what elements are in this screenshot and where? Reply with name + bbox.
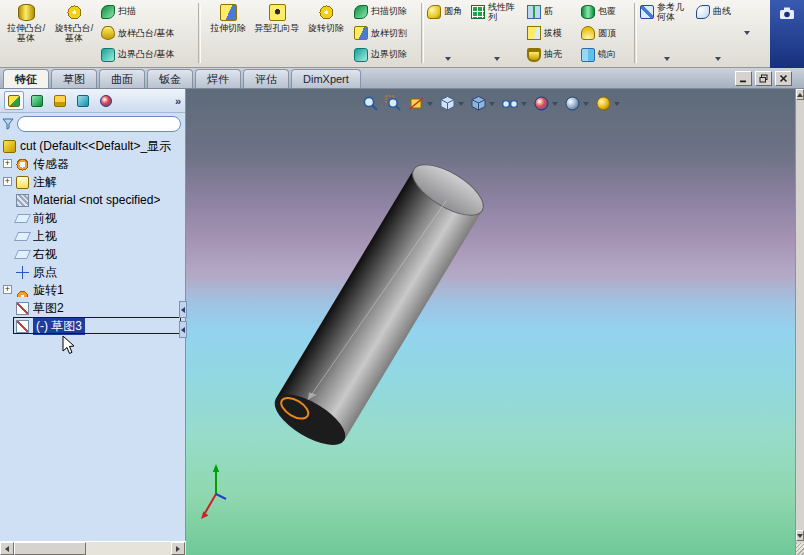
expand-icon[interactable]: + xyxy=(3,177,12,186)
hole-wizard-button[interactable]: 异型孔向导 xyxy=(254,1,300,65)
propertymanager-tab[interactable] xyxy=(27,91,47,110)
restore-button[interactable] xyxy=(755,71,772,86)
scroll-down-button[interactable] xyxy=(796,530,804,541)
tree-item-revolve1[interactable]: + 旋转1 xyxy=(0,281,185,299)
collapse-panel-button[interactable] xyxy=(179,301,187,318)
dome-button[interactable]: 圆顶 xyxy=(581,26,629,41)
hide-show-items-button[interactable] xyxy=(501,95,527,112)
view-orientation-dropdown-icon[interactable] xyxy=(458,102,464,106)
linear-pattern-button[interactable]: 线性阵列 xyxy=(471,1,523,65)
apply-scene-button[interactable] xyxy=(564,95,589,112)
section-view-dropdown-icon[interactable] xyxy=(427,102,433,106)
collapse-panel-button-2[interactable] xyxy=(179,321,187,338)
dimxpertmanager-tab[interactable] xyxy=(73,91,93,110)
revolved-cut-button[interactable]: 旋转切除 xyxy=(302,1,350,65)
filter-row xyxy=(0,113,185,134)
swept-boss-icon xyxy=(101,5,115,19)
material-icon xyxy=(16,194,29,207)
view-settings-dropdown-icon[interactable] xyxy=(614,102,620,106)
horizontal-scroll-thumb[interactable] xyxy=(14,542,86,555)
curves-button[interactable]: 曲线 xyxy=(696,1,740,65)
graphics-area[interactable] xyxy=(186,89,795,555)
reference-geometry-button[interactable]: 参考几何体 xyxy=(640,1,694,65)
rib-button[interactable]: 筋 xyxy=(527,4,575,19)
revolved-boss-button[interactable]: 旋转凸台/基体 xyxy=(51,1,97,65)
scroll-left-button[interactable] xyxy=(0,542,14,555)
tree-item-sketch2[interactable]: 草图2 xyxy=(0,299,185,317)
panel-horizontal-scrollbar[interactable] xyxy=(0,541,186,555)
expand-icon[interactable]: + xyxy=(3,285,12,294)
linear-pattern-dropdown-icon[interactable] xyxy=(494,57,500,61)
tree-item-sensors[interactable]: + 传感器 xyxy=(0,155,185,173)
fillet-dropdown-icon[interactable] xyxy=(445,57,451,61)
lofted-boss-button[interactable]: 放样凸台/基体 xyxy=(101,26,193,41)
reference-geometry-dropdown-icon[interactable] xyxy=(664,57,670,61)
rib-stack: 筋 拔模 抽壳 xyxy=(525,1,577,65)
minimize-icon xyxy=(739,74,748,83)
shell-button[interactable]: 抽壳 xyxy=(527,47,575,62)
reference-geometry-icon xyxy=(640,5,654,19)
zoom-fit-button[interactable] xyxy=(362,95,379,112)
zoom-area-button[interactable] xyxy=(385,95,402,112)
screen-capture-button[interactable] xyxy=(770,0,804,68)
extruded-cut-button[interactable]: 拉伸切除 xyxy=(204,1,252,65)
scroll-right-button[interactable] xyxy=(171,542,185,555)
edit-appearance-button[interactable] xyxy=(533,95,558,112)
draft-button[interactable]: 拔模 xyxy=(527,26,575,41)
hide-show-dropdown-icon[interactable] xyxy=(521,102,527,106)
view-orientation-button[interactable] xyxy=(439,95,464,112)
tree-item-material[interactable]: Material <not specified> xyxy=(0,191,185,209)
tab-surfaces[interactable]: 曲面 xyxy=(99,69,145,88)
vertical-scrollbar[interactable] xyxy=(795,89,804,555)
extruded-cut-icon xyxy=(220,4,237,21)
tab-sheet-metal[interactable]: 钣金 xyxy=(147,69,193,88)
tab-sketch[interactable]: 草图 xyxy=(51,69,97,88)
content-area: » cut (Default<<Default>_显示 + 传感器 xyxy=(0,89,804,555)
boundary-cut-button[interactable]: 边界切除 xyxy=(354,47,416,62)
tab-dimxpert[interactable]: DimXpert xyxy=(291,69,361,88)
tree-item-right-plane[interactable]: 右视 xyxy=(0,245,185,263)
tree-item-origin[interactable]: 原点 xyxy=(0,263,185,281)
toolbar-overflow-icon[interactable] xyxy=(744,31,750,35)
tree-item-part-root[interactable]: cut (Default<<Default>_显示 xyxy=(0,137,185,155)
origin-icon xyxy=(16,266,29,279)
scroll-up-button[interactable] xyxy=(796,89,804,100)
swept-boss-button[interactable]: 扫描 xyxy=(101,4,193,19)
section-view-button[interactable] xyxy=(408,95,433,112)
tree-item-sketch3[interactable]: (-) 草图3 xyxy=(0,317,185,335)
boundary-boss-button[interactable]: 边界凸台/基体 xyxy=(101,47,193,62)
app-window: 拉伸凸台/基体 旋转凸台/基体 扫描 放样凸台/基体 边界凸台/基体 xyxy=(0,0,804,555)
scene-dropdown-icon[interactable] xyxy=(583,102,589,106)
edit-appearance-icon xyxy=(533,95,550,112)
feature-manager-panel: » cut (Default<<Default>_显示 + 传感器 xyxy=(0,89,186,541)
display-style-dropdown-icon[interactable] xyxy=(489,102,495,106)
wrap-button[interactable]: 包覆 xyxy=(581,4,629,19)
collapse-left-icon xyxy=(181,307,185,313)
swept-cut-button[interactable]: 扫描切除 xyxy=(354,4,416,19)
display-style-button[interactable] xyxy=(470,95,495,112)
tree-item-annotations[interactable]: + 注解 xyxy=(0,173,185,191)
appearance-dropdown-icon[interactable] xyxy=(552,102,558,106)
displaymanager-tab[interactable] xyxy=(96,91,116,110)
tab-weldments[interactable]: 焊件 xyxy=(195,69,241,88)
draft-icon xyxy=(527,26,541,40)
tab-evaluate[interactable]: 评估 xyxy=(243,69,289,88)
fillet-button[interactable]: 圆角 xyxy=(427,1,469,65)
configurationmanager-tab[interactable] xyxy=(50,91,70,110)
panel-chevrons-icon[interactable]: » xyxy=(175,95,181,107)
lofted-cut-button[interactable]: 放样切割 xyxy=(354,26,416,41)
close-button[interactable] xyxy=(775,71,792,86)
curves-dropdown-icon[interactable] xyxy=(715,57,721,61)
view-settings-button[interactable] xyxy=(595,95,620,112)
tree-item-front-plane[interactable]: 前视 xyxy=(0,209,185,227)
tree-item-top-plane[interactable]: 上视 xyxy=(0,227,185,245)
close-icon xyxy=(779,74,788,83)
mirror-button[interactable]: 镜向 xyxy=(581,47,629,62)
filter-input[interactable] xyxy=(17,116,181,132)
featuremanager-tree-tab[interactable] xyxy=(4,91,24,110)
extruded-boss-button[interactable]: 拉伸凸台/基体 xyxy=(3,1,49,65)
tab-features[interactable]: 特征 xyxy=(3,69,49,88)
resize-grip[interactable] xyxy=(796,543,804,555)
minimize-button[interactable] xyxy=(735,71,752,86)
expand-icon[interactable]: + xyxy=(3,159,12,168)
